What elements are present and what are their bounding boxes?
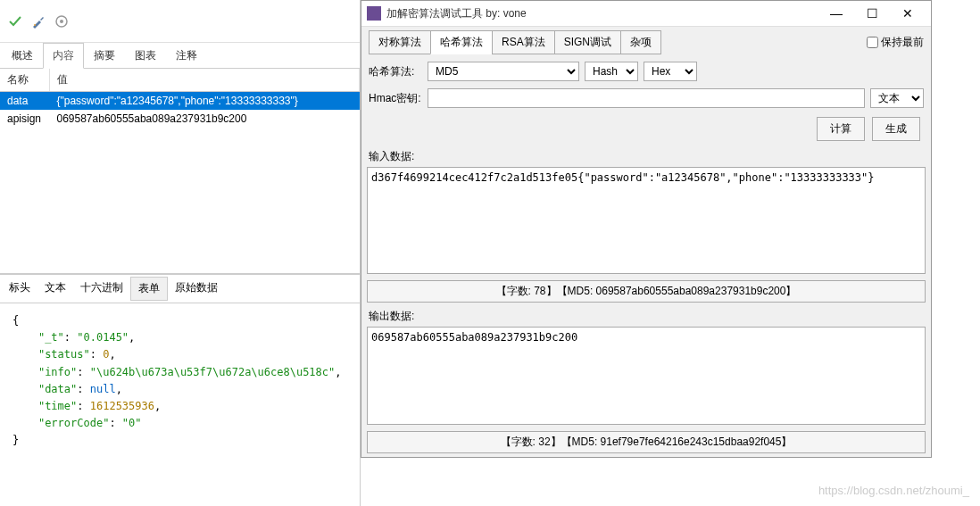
hmac-type-select[interactable]: 文本 (870, 88, 924, 108)
gear-icon[interactable] (54, 13, 70, 29)
hash-algo-label: 哈希算法: (369, 64, 422, 79)
tab-content[interactable]: 内容 (43, 43, 84, 69)
output-data-textarea[interactable]: 069587ab60555aba089a237931b9c200 (367, 327, 926, 425)
tab-symmetric[interactable]: 对称算法 (369, 30, 430, 54)
tab-summary[interactable]: 摘要 (84, 43, 125, 68)
input-data-textarea[interactable]: d367f4699214cec412f7c2a1d513fe05{"passwo… (367, 167, 926, 274)
crypto-tool-window: 加解密算法调试工具 by: vone — ☐ ✕ 对称算法 哈希算法 RSA算法… (361, 0, 932, 458)
tab-raw[interactable]: 原始数据 (168, 277, 225, 301)
output-data-label: 输出数据: (361, 306, 931, 327)
svg-point-2 (60, 20, 63, 23)
cell-name: data (0, 92, 49, 111)
encoding-select[interactable]: Hex (644, 62, 697, 81)
tab-chart[interactable]: 图表 (125, 43, 166, 68)
output-status: 【字数: 32】【MD5: 91ef79e7fe64216e243c15dbaa… (367, 431, 926, 453)
tab-misc[interactable]: 杂项 (620, 30, 661, 54)
input-data-label: 输入数据: (361, 146, 931, 167)
keep-on-top-input[interactable] (867, 37, 878, 48)
mode-select[interactable]: Hash (585, 62, 638, 81)
keep-on-top-checkbox[interactable]: 保持最前 (867, 35, 924, 50)
tab-header[interactable]: 标头 (2, 277, 37, 301)
keep-on-top-label: 保持最前 (881, 35, 924, 50)
table-row[interactable]: apisign 069587ab60555aba089a237931b9c200 (0, 110, 360, 128)
col-name[interactable]: 名称 (0, 69, 49, 92)
minimize-button[interactable]: — (818, 4, 854, 23)
tools-icon[interactable] (30, 13, 46, 29)
window-title: 加解密算法调试工具 by: vone (386, 6, 818, 21)
maximize-button[interactable]: ☐ (854, 4, 890, 23)
table-row[interactable]: data {"password":"a12345678","phone":"13… (0, 92, 360, 111)
calc-button[interactable]: 计算 (817, 117, 865, 141)
cell-name: apisign (0, 110, 49, 128)
data-table-container: 名称 值 data {"password":"a12345678","phone… (0, 69, 360, 274)
generate-button[interactable]: 生成 (872, 117, 920, 141)
app-icon (367, 6, 381, 21)
tab-rsa[interactable]: RSA算法 (492, 30, 554, 54)
close-button[interactable]: ✕ (890, 4, 926, 23)
json-view: { "_t": "0.0145", "status": 0, "info": "… (0, 303, 360, 464)
tab-hex[interactable]: 十六进制 (73, 277, 130, 301)
hmac-key-input[interactable] (428, 88, 865, 108)
left-panel: 概述 内容 摘要 图表 注释 名称 值 data {"password":"a1… (0, 0, 361, 506)
cell-value: 069587ab60555aba089a237931b9c200 (49, 110, 360, 128)
check-icon[interactable] (7, 13, 23, 29)
top-tabs: 概述 内容 摘要 图表 注释 (0, 43, 360, 69)
cell-value: {"password":"a12345678","phone":"1333333… (49, 92, 360, 111)
data-table: 名称 值 data {"password":"a12345678","phone… (0, 69, 360, 128)
watermark: https://blog.csdn.net/zhoumi_ (818, 484, 969, 497)
left-toolbar (0, 0, 360, 43)
tab-form[interactable]: 表单 (130, 277, 168, 301)
tab-text[interactable]: 文本 (37, 277, 73, 301)
bottom-tabs: 标头 文本 十六进制 表单 原始数据 (0, 274, 360, 303)
tool-tabs-row: 对称算法 哈希算法 RSA算法 SIGN调试 杂项 保持最前 (361, 27, 931, 58)
tab-sign[interactable]: SIGN调试 (554, 30, 620, 54)
svg-point-0 (34, 24, 36, 26)
tab-hash[interactable]: 哈希算法 (430, 30, 492, 54)
col-value[interactable]: 值 (49, 69, 360, 92)
hash-algo-select[interactable]: MD5 (428, 62, 579, 81)
tab-notes[interactable]: 注释 (166, 43, 207, 68)
hmac-key-label: Hmac密钥: (369, 91, 422, 106)
tab-overview[interactable]: 概述 (2, 43, 43, 68)
titlebar: 加解密算法调试工具 by: vone — ☐ ✕ (361, 1, 931, 27)
input-status: 【字数: 78】【MD5: 069587ab60555aba089a237931… (367, 280, 926, 303)
